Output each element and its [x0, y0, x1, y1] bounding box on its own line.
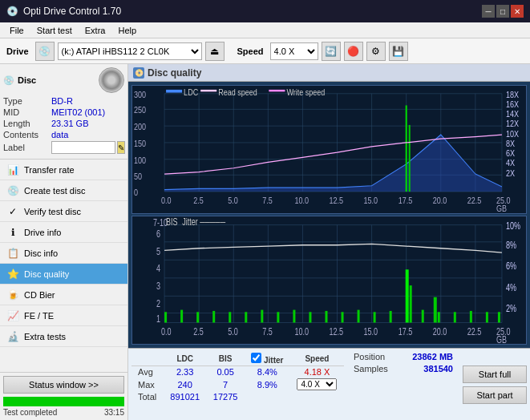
stats-max-row: Max 240 7 8.9% 4.0 X [131, 378, 344, 391]
speed-select-cell[interactable]: 4.0 X [290, 378, 344, 391]
action-buttons: Start full Start part [459, 349, 530, 420]
progress-bar-container [3, 397, 124, 406]
menu-start-test[interactable]: Start test [30, 24, 79, 37]
position-value: 23862 MB [412, 352, 453, 361]
stats-col-jitter-check[interactable]: Jitter [245, 352, 290, 366]
svg-text:5: 5 [156, 245, 160, 256]
svg-rect-95 [454, 312, 456, 322]
stats-total-row: Total 891021 17275 [131, 391, 344, 402]
stats-speed-select[interactable]: 4.0 X [297, 378, 337, 390]
avg-speed: 4.18 X [290, 366, 344, 378]
refresh-button[interactable]: 🔄 [322, 42, 341, 61]
jitter-label: Jitter [264, 356, 283, 365]
svg-rect-96 [470, 311, 472, 323]
svg-text:17.5: 17.5 [399, 326, 413, 337]
svg-text:0.0: 0.0 [161, 326, 172, 337]
stats-panel: LDC BIS Jitter Speed [128, 348, 530, 420]
svg-text:22.5: 22.5 [467, 196, 482, 205]
app-title: Opti Drive Control 1.70 [23, 6, 121, 17]
menu-help[interactable]: Help [111, 24, 143, 37]
start-full-button[interactable]: Start full [463, 365, 527, 383]
save-button[interactable]: 💾 [389, 42, 408, 61]
progress-bar-fill [3, 397, 124, 406]
stats-col-bis: BIS [206, 352, 244, 366]
svg-text:7.5: 7.5 [262, 196, 273, 205]
speed-select[interactable]: 4.0 X [270, 42, 318, 60]
label-input[interactable] [51, 141, 115, 154]
create-test-disc-icon: 💿 [6, 184, 19, 197]
svg-text:6: 6 [156, 228, 160, 240]
avg-ldc: 2.33 [164, 366, 207, 378]
label-label: Label [3, 143, 51, 152]
svg-text:22.5: 22.5 [467, 326, 482, 337]
nav-label-create-test-disc: Create test disc [24, 186, 85, 196]
bis-jitter-chart-panel: 1 2 3 4 5 6 7-10 10% 8% 6% 4% 2% 0.0 2.5 [131, 216, 527, 345]
svg-text:LDC: LDC [184, 87, 198, 97]
sidebar-item-transfer-rate[interactable]: 📊 Transfer rate [0, 160, 127, 180]
svg-rect-76 [180, 310, 183, 323]
svg-text:15.0: 15.0 [364, 196, 378, 205]
svg-rect-56 [132, 216, 526, 344]
status-section: Status window >> Test completed 33:15 [0, 372, 127, 420]
svg-text:12.5: 12.5 [330, 196, 344, 205]
sidebar-item-verify-test-disc[interactable]: ✓ Verify test disc [0, 201, 127, 222]
svg-rect-80 [245, 312, 247, 322]
svg-text:10%: 10% [506, 220, 521, 232]
svg-text:7.5: 7.5 [262, 326, 273, 337]
nav-label-transfer-rate: Transfer rate [24, 165, 75, 175]
svg-text:3: 3 [156, 281, 160, 292]
stats-table-area: LDC BIS Jitter Speed [128, 349, 347, 420]
disc-quality-header: 📀 Disc quality [128, 64, 530, 82]
svg-text:10X: 10X [506, 129, 519, 139]
svg-rect-97 [486, 312, 488, 322]
svg-rect-83 [293, 310, 295, 323]
sidebar-item-cd-bier[interactable]: 🍺 CD Bier [0, 285, 127, 305]
menu-extra[interactable]: Extra [79, 24, 112, 37]
sidebar-item-drive-info[interactable]: ℹ Drive info [0, 222, 127, 243]
svg-rect-90 [406, 269, 409, 322]
sidebar-item-extra-tests[interactable]: 🔬 Extra tests [0, 326, 127, 347]
max-bis: 7 [206, 378, 244, 391]
eject-button[interactable]: ⏏ [205, 42, 225, 61]
max-jitter: 8.9% [245, 378, 290, 391]
start-part-button[interactable]: Start part [463, 386, 527, 404]
title-bar: 💿 Opti Drive Control 1.70 ─ □ ✕ [0, 0, 530, 22]
position-label: Position [354, 352, 385, 361]
svg-text:20.0: 20.0 [433, 326, 447, 337]
drive-info-icon: ℹ [6, 226, 19, 239]
svg-rect-82 [277, 312, 279, 322]
svg-text:12.5: 12.5 [330, 326, 344, 337]
stats-table: LDC BIS Jitter Speed [131, 352, 344, 402]
contents-label: Contents [3, 130, 51, 139]
drive-select[interactable]: (k:) ATAPI iHBS112 2 CL0K [58, 42, 202, 60]
status-window-button[interactable]: Status window >> [3, 376, 124, 394]
cd-bier-icon: 🍺 [6, 289, 19, 301]
sidebar: 💿 Disc Type BD-R MID MEIT02 (001) Length… [0, 64, 128, 420]
drive-label: Drive [3, 46, 32, 56]
maximize-button[interactable]: □ [496, 5, 509, 18]
nav-label-verify-test-disc: Verify test disc [24, 207, 81, 216]
minimize-button[interactable]: ─ [482, 5, 495, 18]
svg-rect-77 [196, 312, 199, 322]
svg-rect-52 [200, 90, 216, 91]
disc-image [99, 67, 124, 93]
jitter-checkbox[interactable] [251, 353, 261, 363]
svg-rect-89 [390, 311, 392, 323]
svg-text:18X: 18X [506, 90, 519, 99]
disc-quality-header-icon: 📀 [133, 67, 144, 79]
svg-text:0: 0 [134, 188, 138, 197]
svg-text:Write speed: Write speed [286, 87, 325, 97]
samples-value: 381540 [423, 364, 453, 374]
label-button[interactable]: ✎ [117, 141, 125, 154]
sidebar-item-create-test-disc[interactable]: 💿 Create test disc [0, 180, 127, 201]
menu-file[interactable]: File [3, 24, 30, 37]
settings-button[interactable]: ⚙ [366, 42, 386, 61]
type-label: Type [3, 96, 51, 106]
sidebar-item-fe-te[interactable]: 📈 FE / TE [0, 305, 127, 326]
burn-button[interactable]: 🔴 [344, 42, 363, 61]
sidebar-item-disc-quality[interactable]: ⭐ Disc quality [0, 264, 127, 285]
menu-bar: File Start test Extra Help [0, 22, 530, 38]
drive-icon-button[interactable]: 💿 [35, 42, 55, 61]
sidebar-item-disc-info[interactable]: 📋 Disc info [0, 243, 127, 264]
close-button[interactable]: ✕ [511, 5, 524, 18]
